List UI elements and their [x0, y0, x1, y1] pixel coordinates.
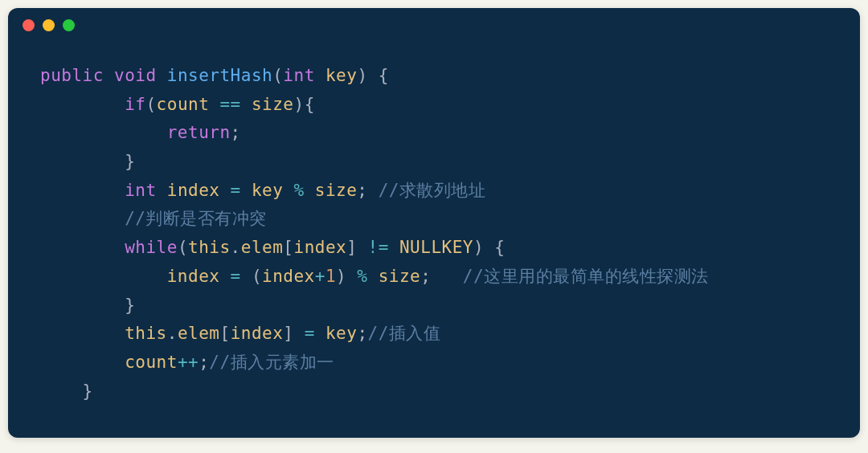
var-index: index — [262, 267, 315, 286]
comment: //插入元素加一 — [209, 353, 334, 372]
punct: } — [83, 382, 93, 401]
indent — [40, 382, 83, 401]
punct: ; — [231, 123, 241, 142]
punct: } — [125, 152, 135, 171]
code-window: public void insertHash(int key) { if(cou… — [8, 8, 860, 438]
indent — [40, 95, 125, 114]
code-line: } — [40, 292, 828, 320]
code-line: } — [40, 148, 828, 177]
var-key: key — [252, 181, 283, 200]
code-line: while(this.elem[index] != NULLKEY) { — [40, 234, 828, 263]
keyword-return: return — [167, 123, 231, 142]
var-size: size — [379, 267, 421, 286]
keyword-this: this — [188, 238, 231, 257]
punct: ( — [178, 238, 188, 257]
indent — [40, 267, 167, 286]
code-line: public void insertHash(int key) { — [40, 62, 828, 91]
op-mod: % — [346, 267, 378, 286]
code-line: if(count == size){ — [40, 91, 828, 120]
punct: ( — [252, 267, 262, 286]
punct: ; — [199, 353, 209, 372]
punct: ){ — [293, 95, 314, 114]
op-plus: + — [315, 267, 326, 286]
function-name: insertHash — [167, 66, 272, 85]
field-elem: elem — [241, 238, 284, 257]
var-index: index — [294, 238, 347, 257]
punct: ; — [420, 267, 463, 286]
maximize-icon[interactable] — [63, 19, 75, 31]
comment: //这里用的最简单的线性探测法 — [463, 267, 709, 286]
comment: //判断是否有冲突 — [125, 209, 267, 228]
var-size: size — [315, 181, 358, 200]
indent — [40, 181, 125, 200]
code-line: this.elem[index] = key;//插入值 — [40, 320, 828, 349]
indent — [40, 209, 125, 228]
punct: } — [125, 296, 135, 315]
type-int: int — [125, 181, 156, 200]
number-one: 1 — [326, 267, 336, 286]
code-block: public void insertHash(int key) { if(cou… — [8, 38, 860, 438]
var-index: index — [167, 267, 220, 286]
code-line: index = (index+1) % size; //这里用的最简单的线性探测… — [40, 263, 828, 292]
punct: . — [231, 238, 241, 257]
keyword-while: while — [125, 238, 178, 257]
indent — [40, 238, 125, 257]
window-titlebar — [8, 8, 860, 38]
punct: ] — [346, 238, 357, 257]
var-count: count — [157, 95, 210, 114]
code-line: count++;//插入元素加一 — [40, 349, 828, 378]
punct: . — [167, 324, 178, 343]
op-neq: != — [357, 238, 399, 257]
op-inc: ++ — [178, 353, 199, 372]
op-assign: = — [219, 181, 251, 200]
punct: ] — [283, 324, 293, 343]
punct: ( — [272, 66, 283, 85]
comment: //插入值 — [368, 324, 441, 343]
punct: ) — [336, 267, 346, 286]
op-mod: % — [283, 181, 314, 200]
var-index: index — [167, 181, 220, 200]
field-elem: elem — [178, 324, 220, 343]
keyword-this: this — [125, 324, 167, 343]
code-line: } — [40, 378, 828, 406]
code-line: return; — [40, 119, 828, 148]
close-icon[interactable] — [23, 19, 35, 31]
keyword-if: if — [125, 95, 145, 114]
indent — [40, 324, 125, 343]
punct: ) { — [473, 238, 505, 257]
op-assign: = — [219, 267, 251, 286]
punct: ; — [357, 324, 367, 343]
var-index: index — [231, 324, 284, 343]
param-key: key — [326, 66, 357, 85]
indent — [40, 152, 125, 171]
comment: //求散列地址 — [379, 181, 486, 200]
const-nullkey: NULLKEY — [399, 238, 473, 257]
var-count: count — [125, 353, 178, 372]
code-line: //判断是否有冲突 — [40, 205, 828, 234]
punct: [ — [219, 324, 230, 343]
minimize-icon[interactable] — [43, 19, 55, 31]
type-void: void — [114, 66, 157, 85]
keyword-public: public — [40, 66, 104, 85]
indent — [40, 353, 125, 372]
op-assign: = — [294, 324, 326, 343]
indent — [40, 123, 167, 142]
punct: [ — [283, 238, 293, 257]
op-eq: == — [209, 95, 252, 114]
code-line: int index = key % size; //求散列地址 — [40, 177, 828, 206]
var-size: size — [252, 95, 294, 114]
punct: ) { — [357, 66, 388, 85]
punct: ; — [357, 181, 378, 200]
type-int: int — [283, 66, 314, 85]
indent — [40, 296, 125, 315]
var-key: key — [326, 324, 357, 343]
punct: ( — [145, 95, 156, 114]
